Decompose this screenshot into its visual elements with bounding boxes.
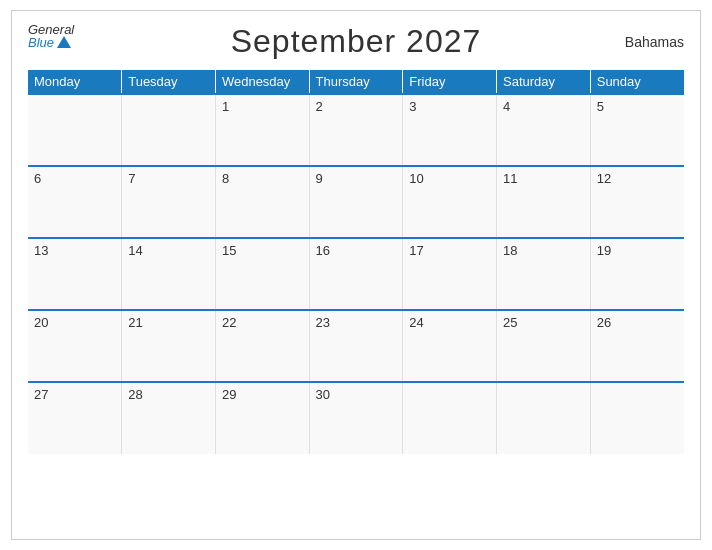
- calendar-cell[interactable]: 10: [403, 166, 497, 238]
- col-wednesday: Wednesday: [215, 70, 309, 94]
- calendar-cell[interactable]: 23: [309, 310, 403, 382]
- calendar-cell[interactable]: 1: [215, 94, 309, 166]
- calendar-cell[interactable]: 28: [122, 382, 216, 454]
- col-monday: Monday: [28, 70, 122, 94]
- col-sunday: Sunday: [590, 70, 684, 94]
- calendar-cell[interactable]: 13: [28, 238, 122, 310]
- logo: General Blue: [28, 23, 74, 49]
- calendar-cell[interactable]: 4: [497, 94, 591, 166]
- calendar-cell[interactable]: 16: [309, 238, 403, 310]
- calendar-cell[interactable]: 3: [403, 94, 497, 166]
- calendar-cell[interactable]: 15: [215, 238, 309, 310]
- calendar-cell[interactable]: 26: [590, 310, 684, 382]
- col-thursday: Thursday: [309, 70, 403, 94]
- calendar-cell[interactable]: 20: [28, 310, 122, 382]
- logo-triangle-icon: [57, 36, 71, 48]
- calendar-cell[interactable]: 22: [215, 310, 309, 382]
- calendar-cell[interactable]: 24: [403, 310, 497, 382]
- calendar-cell[interactable]: 14: [122, 238, 216, 310]
- calendar-cell[interactable]: [122, 94, 216, 166]
- calendar-cell[interactable]: [590, 382, 684, 454]
- calendar-cell[interactable]: 19: [590, 238, 684, 310]
- calendar-cell[interactable]: 27: [28, 382, 122, 454]
- calendar-container: General Blue September 2027 Bahamas Mond…: [11, 10, 701, 540]
- calendar-cell[interactable]: 11: [497, 166, 591, 238]
- calendar-cell[interactable]: 12: [590, 166, 684, 238]
- col-saturday: Saturday: [497, 70, 591, 94]
- country-label: Bahamas: [625, 34, 684, 50]
- calendar-header-row: Monday Tuesday Wednesday Thursday Friday…: [28, 70, 684, 94]
- calendar-cell[interactable]: 2: [309, 94, 403, 166]
- calendar-cell[interactable]: [403, 382, 497, 454]
- calendar-body: 1234567891011121314151617181920212223242…: [28, 94, 684, 454]
- calendar-cell[interactable]: [497, 382, 591, 454]
- calendar-header: General Blue September 2027 Bahamas: [28, 23, 684, 60]
- col-friday: Friday: [403, 70, 497, 94]
- calendar-cell[interactable]: 25: [497, 310, 591, 382]
- calendar-cell[interactable]: 9: [309, 166, 403, 238]
- calendar-cell[interactable]: 18: [497, 238, 591, 310]
- calendar-cell[interactable]: 8: [215, 166, 309, 238]
- calendar-cell[interactable]: 21: [122, 310, 216, 382]
- logo-blue-text: Blue: [28, 36, 74, 49]
- calendar-table: Monday Tuesday Wednesday Thursday Friday…: [28, 70, 684, 454]
- calendar-cell[interactable]: 29: [215, 382, 309, 454]
- calendar-cell[interactable]: [28, 94, 122, 166]
- calendar-cell[interactable]: 6: [28, 166, 122, 238]
- calendar-cell[interactable]: 17: [403, 238, 497, 310]
- calendar-cell[interactable]: 5: [590, 94, 684, 166]
- col-tuesday: Tuesday: [122, 70, 216, 94]
- calendar-cell[interactable]: 7: [122, 166, 216, 238]
- calendar-title: September 2027: [231, 23, 482, 60]
- calendar-cell[interactable]: 30: [309, 382, 403, 454]
